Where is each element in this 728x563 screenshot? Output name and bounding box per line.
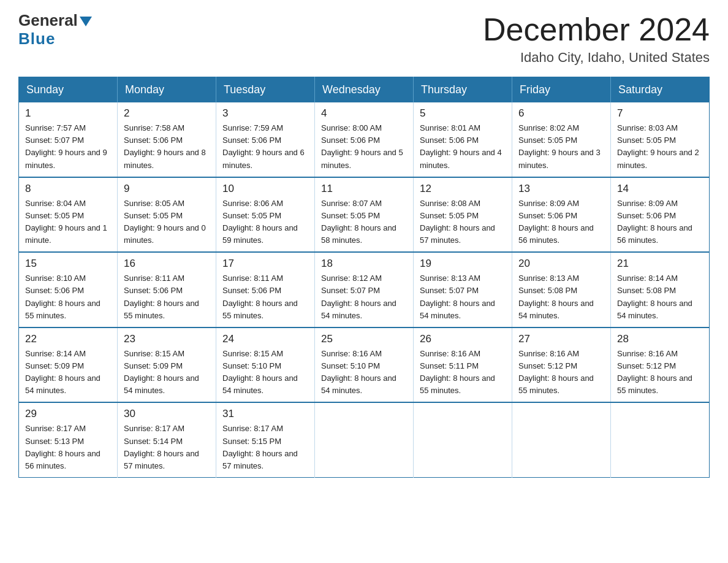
table-row: 1 Sunrise: 7:57 AM Sunset: 5:07 PM Dayli… — [19, 102, 118, 177]
table-row: 13 Sunrise: 8:09 AM Sunset: 5:06 PM Dayl… — [512, 177, 611, 253]
day-number: 3 — [222, 107, 308, 120]
table-row — [315, 402, 414, 477]
calendar-week-2: 8 Sunrise: 8:04 AM Sunset: 5:05 PM Dayli… — [19, 177, 710, 253]
header-thursday: Thursday — [414, 77, 512, 103]
page-title: December 2024 — [483, 12, 710, 47]
logo-general-text: General — [18, 12, 78, 28]
logo-blue-text: Blue — [18, 29, 55, 48]
day-number: 13 — [518, 183, 604, 195]
table-row: 16 Sunrise: 8:11 AM Sunset: 5:06 PM Dayl… — [118, 252, 216, 327]
table-row: 20 Sunrise: 8:13 AM Sunset: 5:08 PM Dayl… — [512, 252, 611, 327]
day-info: Sunrise: 8:12 AM Sunset: 5:07 PM Dayligh… — [321, 272, 407, 322]
day-info: Sunrise: 8:07 AM Sunset: 5:05 PM Dayligh… — [321, 197, 407, 247]
day-info: Sunrise: 8:15 AM Sunset: 5:10 PM Dayligh… — [222, 348, 308, 397]
day-number: 17 — [222, 258, 308, 270]
table-row: 8 Sunrise: 8:04 AM Sunset: 5:05 PM Dayli… — [19, 177, 118, 253]
day-info: Sunrise: 8:04 AM Sunset: 5:05 PM Dayligh… — [25, 197, 111, 247]
day-number: 30 — [124, 408, 210, 420]
day-number: 26 — [420, 333, 506, 345]
day-number: 15 — [25, 258, 111, 270]
page-header: General Blue December 2024 Idaho City, I… — [18, 12, 710, 66]
table-row: 28 Sunrise: 8:16 AM Sunset: 5:12 PM Dayl… — [611, 327, 710, 403]
table-row: 24 Sunrise: 8:15 AM Sunset: 5:10 PM Dayl… — [216, 327, 315, 403]
table-row: 25 Sunrise: 8:16 AM Sunset: 5:10 PM Dayl… — [315, 327, 414, 403]
table-row: 23 Sunrise: 8:15 AM Sunset: 5:09 PM Dayl… — [118, 327, 216, 403]
day-info: Sunrise: 8:05 AM Sunset: 5:05 PM Dayligh… — [124, 197, 210, 247]
calendar-week-1: 1 Sunrise: 7:57 AM Sunset: 5:07 PM Dayli… — [19, 102, 710, 177]
day-number: 25 — [321, 333, 407, 345]
table-row: 7 Sunrise: 8:03 AM Sunset: 5:05 PM Dayli… — [611, 102, 710, 177]
day-info: Sunrise: 8:14 AM Sunset: 5:08 PM Dayligh… — [617, 272, 703, 322]
day-info: Sunrise: 8:08 AM Sunset: 5:05 PM Dayligh… — [420, 197, 506, 247]
table-row: 15 Sunrise: 8:10 AM Sunset: 5:06 PM Dayl… — [19, 252, 118, 327]
table-row: 11 Sunrise: 8:07 AM Sunset: 5:05 PM Dayl… — [315, 177, 414, 253]
day-info: Sunrise: 8:09 AM Sunset: 5:06 PM Dayligh… — [518, 197, 604, 247]
day-info: Sunrise: 8:03 AM Sunset: 5:05 PM Dayligh… — [617, 122, 703, 172]
table-row: 4 Sunrise: 8:00 AM Sunset: 5:06 PM Dayli… — [315, 102, 414, 177]
day-info: Sunrise: 8:16 AM Sunset: 5:10 PM Dayligh… — [321, 348, 407, 397]
day-number: 16 — [124, 258, 210, 270]
header-friday: Friday — [512, 77, 611, 103]
day-info: Sunrise: 8:13 AM Sunset: 5:08 PM Dayligh… — [518, 272, 604, 322]
table-row: 9 Sunrise: 8:05 AM Sunset: 5:05 PM Dayli… — [118, 177, 216, 253]
table-row: 21 Sunrise: 8:14 AM Sunset: 5:08 PM Dayl… — [611, 252, 710, 327]
day-info: Sunrise: 8:11 AM Sunset: 5:06 PM Dayligh… — [222, 272, 308, 322]
day-info: Sunrise: 8:15 AM Sunset: 5:09 PM Dayligh… — [124, 348, 210, 397]
table-row: 10 Sunrise: 8:06 AM Sunset: 5:05 PM Dayl… — [216, 177, 315, 253]
table-row: 14 Sunrise: 8:09 AM Sunset: 5:06 PM Dayl… — [611, 177, 710, 253]
table-row: 17 Sunrise: 8:11 AM Sunset: 5:06 PM Dayl… — [216, 252, 315, 327]
day-info: Sunrise: 8:13 AM Sunset: 5:07 PM Dayligh… — [420, 272, 506, 322]
day-number: 7 — [617, 107, 703, 120]
day-info: Sunrise: 8:17 AM Sunset: 5:13 PM Dayligh… — [25, 423, 111, 472]
header-tuesday: Tuesday — [216, 77, 315, 103]
table-row: 3 Sunrise: 7:59 AM Sunset: 5:06 PM Dayli… — [216, 102, 315, 177]
table-row: 5 Sunrise: 8:01 AM Sunset: 5:06 PM Dayli… — [414, 102, 512, 177]
day-info: Sunrise: 8:01 AM Sunset: 5:06 PM Dayligh… — [420, 122, 506, 172]
day-info: Sunrise: 8:16 AM Sunset: 5:12 PM Dayligh… — [518, 348, 604, 397]
day-number: 24 — [222, 333, 308, 345]
day-info: Sunrise: 7:58 AM Sunset: 5:06 PM Dayligh… — [124, 122, 210, 172]
table-row: 18 Sunrise: 8:12 AM Sunset: 5:07 PM Dayl… — [315, 252, 414, 327]
day-number: 31 — [222, 408, 308, 420]
page-subtitle: Idaho City, Idaho, United States — [483, 50, 710, 66]
day-number: 1 — [25, 107, 111, 120]
calendar-week-5: 29 Sunrise: 8:17 AM Sunset: 5:13 PM Dayl… — [19, 402, 710, 477]
title-block: December 2024 Idaho City, Idaho, United … — [483, 12, 710, 66]
day-info: Sunrise: 8:17 AM Sunset: 5:14 PM Dayligh… — [124, 423, 210, 472]
table-row — [414, 402, 512, 477]
logo: General Blue — [18, 12, 94, 48]
calendar-table: Sunday Monday Tuesday Wednesday Thursday… — [18, 77, 710, 478]
day-number: 11 — [321, 183, 407, 195]
table-row: 19 Sunrise: 8:13 AM Sunset: 5:07 PM Dayl… — [414, 252, 512, 327]
day-number: 27 — [518, 333, 604, 345]
day-number: 19 — [420, 258, 506, 270]
day-info: Sunrise: 8:10 AM Sunset: 5:06 PM Dayligh… — [25, 272, 111, 322]
calendar-week-4: 22 Sunrise: 8:14 AM Sunset: 5:09 PM Dayl… — [19, 327, 710, 403]
day-number: 12 — [420, 183, 506, 195]
day-number: 8 — [25, 183, 111, 195]
day-number: 5 — [420, 107, 506, 120]
table-row: 31 Sunrise: 8:17 AM Sunset: 5:15 PM Dayl… — [216, 402, 315, 477]
table-row: 2 Sunrise: 7:58 AM Sunset: 5:06 PM Dayli… — [118, 102, 216, 177]
table-row: 29 Sunrise: 8:17 AM Sunset: 5:13 PM Dayl… — [19, 402, 118, 477]
day-number: 21 — [617, 258, 703, 270]
day-info: Sunrise: 8:16 AM Sunset: 5:11 PM Dayligh… — [420, 348, 506, 397]
calendar-header-row: Sunday Monday Tuesday Wednesday Thursday… — [19, 77, 710, 103]
table-row: 12 Sunrise: 8:08 AM Sunset: 5:05 PM Dayl… — [414, 177, 512, 253]
day-number: 10 — [222, 183, 308, 195]
header-monday: Monday — [118, 77, 216, 103]
day-number: 29 — [25, 408, 111, 420]
day-number: 2 — [124, 107, 210, 120]
header-sunday: Sunday — [19, 77, 118, 103]
calendar-week-3: 15 Sunrise: 8:10 AM Sunset: 5:06 PM Dayl… — [19, 252, 710, 327]
header-saturday: Saturday — [611, 77, 710, 103]
day-info: Sunrise: 8:17 AM Sunset: 5:15 PM Dayligh… — [222, 423, 308, 472]
table-row: 30 Sunrise: 8:17 AM Sunset: 5:14 PM Dayl… — [118, 402, 216, 477]
day-number: 23 — [124, 333, 210, 345]
table-row: 6 Sunrise: 8:02 AM Sunset: 5:05 PM Dayli… — [512, 102, 611, 177]
day-info: Sunrise: 8:06 AM Sunset: 5:05 PM Dayligh… — [222, 197, 308, 247]
day-number: 28 — [617, 333, 703, 345]
table-row — [611, 402, 710, 477]
day-info: Sunrise: 8:11 AM Sunset: 5:06 PM Dayligh… — [124, 272, 210, 322]
header-wednesday: Wednesday — [315, 77, 414, 103]
